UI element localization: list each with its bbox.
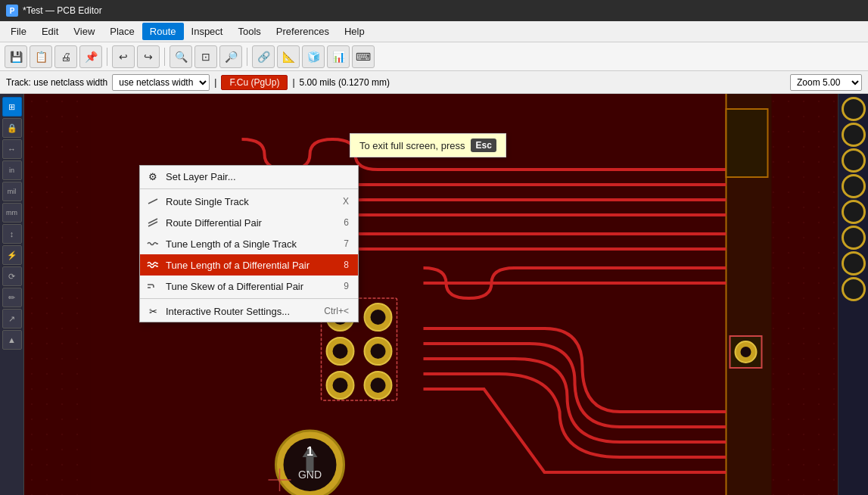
menu-set-layer-pair[interactable]: ⚙ Set Layer Pair... bbox=[140, 166, 358, 187]
tune-single-track-shortcut: 7 bbox=[344, 238, 349, 249]
route-diff-pair-icon bbox=[146, 216, 160, 229]
router-settings-label: Interactive Router Settings... bbox=[166, 306, 318, 317]
menu-tune-diff-skew[interactable]: Tune Skew of a Differential Pair 9 bbox=[140, 276, 358, 297]
mm-unit[interactable]: mm bbox=[2, 203, 22, 223]
svg-rect-16 bbox=[726, 109, 768, 177]
menu-route[interactable]: Route bbox=[142, 23, 184, 40]
menu-inspect[interactable]: Inspect bbox=[184, 23, 231, 40]
svg-text:GND: GND bbox=[298, 469, 322, 481]
menu-tune-diff-length[interactable]: Tune Length of a Differential Pair 8 bbox=[140, 254, 358, 276]
menu-sep-2 bbox=[140, 298, 358, 299]
ratsnest-tool[interactable]: ⟳ bbox=[2, 266, 22, 286]
main-toolbar: 💾 📋 🖨 📌 ↩ ↪ 🔍 ⊡ 🔎 🔗 📐 🧊 📊 ⌨ bbox=[0, 42, 868, 71]
right-pad-6 bbox=[842, 226, 866, 250]
tune-diff-length-shortcut: 8 bbox=[344, 260, 349, 270]
right-pad-5 bbox=[842, 200, 866, 224]
tune-single-track-label: Tune Length of a Single Track bbox=[166, 238, 338, 250]
undo-button[interactable]: ↩ bbox=[112, 45, 135, 68]
right-pad-3 bbox=[842, 148, 866, 173]
menu-route-diff-pair[interactable]: Route Differential Pair 6 bbox=[140, 212, 358, 233]
svg-point-35 bbox=[741, 347, 751, 357]
menu-preferences[interactable]: Preferences bbox=[269, 23, 337, 40]
measure-tool[interactable]: ↗ bbox=[2, 309, 22, 328]
title-text: *Test — PCB Editor bbox=[23, 5, 102, 16]
toolbar-sep-1 bbox=[107, 48, 107, 66]
app-icon: P bbox=[6, 5, 18, 17]
menu-tools[interactable]: Tools bbox=[230, 23, 268, 40]
menu-place[interactable]: Place bbox=[102, 23, 142, 40]
copy-button[interactable]: 📋 bbox=[30, 45, 52, 68]
menu-route-single-track[interactable]: Route Single Track X bbox=[140, 191, 358, 212]
track-bar-sep2: | bbox=[292, 77, 294, 88]
tune-diff-skew-label: Tune Skew of a Differential Pair bbox=[166, 281, 338, 292]
svg-text:1: 1 bbox=[306, 445, 313, 458]
route-single-track-label: Route Single Track bbox=[166, 196, 337, 207]
draw-tool[interactable]: ✏ bbox=[2, 288, 22, 307]
route-dropdown-menu: ⚙ Set Layer Pair... Route Single Track X bbox=[139, 165, 359, 322]
origin-tool[interactable]: ▲ bbox=[2, 330, 22, 350]
menu-help[interactable]: Help bbox=[337, 23, 372, 40]
tune-single-track-icon bbox=[146, 237, 160, 251]
right-pad-7 bbox=[842, 251, 866, 276]
layer-selector[interactable]: F.Cu (PgUp) bbox=[221, 75, 288, 90]
router-settings-icon: ✂ bbox=[146, 304, 160, 318]
scripting-button[interactable]: ⌨ bbox=[352, 45, 375, 68]
drc-tool[interactable]: ⚡ bbox=[2, 245, 22, 265]
toolbar-sep-2 bbox=[164, 48, 165, 66]
svg-point-6 bbox=[371, 310, 386, 325]
route-diff-pair-shortcut: 6 bbox=[344, 217, 349, 228]
save-button[interactable]: 💾 bbox=[5, 45, 27, 68]
flip-tool[interactable]: ↕ bbox=[2, 224, 22, 244]
track-bar: Track: use netclass width use netclass w… bbox=[0, 71, 868, 94]
tune-diff-skew-icon bbox=[146, 279, 160, 293]
fullscreen-tooltip: To exit full screen, press Esc bbox=[350, 133, 506, 157]
svg-point-14 bbox=[371, 378, 386, 393]
board-stats-button[interactable]: 📊 bbox=[327, 45, 350, 68]
menu-tune-single-track[interactable]: Tune Length of a Single Track 7 bbox=[140, 233, 358, 254]
mil-unit[interactable]: mil bbox=[2, 182, 22, 201]
set-layer-pair-icon: ⚙ bbox=[146, 170, 160, 183]
pin-button[interactable]: 📌 bbox=[79, 45, 102, 68]
svg-point-12 bbox=[333, 378, 348, 393]
route-diff-pair-label: Route Differential Pair bbox=[166, 217, 338, 229]
track-width-select[interactable]: use netclass width bbox=[112, 74, 210, 91]
route-tool[interactable]: ↔ bbox=[2, 139, 22, 159]
toolbar-sep-3 bbox=[247, 48, 247, 66]
router-settings-shortcut: Ctrl+< bbox=[324, 306, 349, 316]
menu-view[interactable]: View bbox=[66, 23, 102, 40]
set-layer-pair-label: Set Layer Pair... bbox=[166, 171, 349, 182]
select-tool[interactable]: ⊞ bbox=[2, 97, 22, 117]
menu-file[interactable]: File bbox=[3, 23, 34, 40]
lock-tool[interactable]: 🔒 bbox=[2, 118, 22, 138]
esc-key-badge: Esc bbox=[471, 139, 496, 152]
main-area: ⊞ 🔒 ↔ in mil mm ↕ ⚡ ⟳ ✏ ↗ ▲ bbox=[0, 94, 868, 495]
inch-unit[interactable]: in bbox=[2, 160, 22, 180]
pcb-canvas[interactable]: GND 1 To exit full screen, press Esc ⚙ S… bbox=[24, 94, 838, 495]
redo-button[interactable]: ↪ bbox=[137, 45, 160, 68]
tune-diff-length-label: Tune Length of a Differential Pair bbox=[166, 260, 338, 271]
right-pad-4 bbox=[842, 174, 866, 198]
netlist-button[interactable]: 🔗 bbox=[252, 45, 275, 68]
zoom-select[interactable]: Zoom 5.00 Zoom 2.00 Zoom 10.00 bbox=[790, 74, 862, 91]
svg-point-10 bbox=[371, 344, 386, 359]
right-pad-2 bbox=[842, 123, 866, 147]
menu-edit[interactable]: Edit bbox=[34, 23, 66, 40]
zoom-out-button[interactable]: 🔎 bbox=[219, 45, 242, 68]
menu-router-settings[interactable]: ✂ Interactive Router Settings... Ctrl+< bbox=[140, 300, 358, 322]
print-button[interactable]: 🖨 bbox=[54, 45, 77, 68]
zoom-fit-button[interactable]: ⊡ bbox=[194, 45, 217, 68]
track-label: Track: use netclass width bbox=[6, 77, 107, 88]
zoom-in-button[interactable]: 🔍 bbox=[170, 45, 192, 68]
3d-view-button[interactable]: 🧊 bbox=[302, 45, 325, 68]
route-single-track-shortcut: X bbox=[343, 196, 349, 207]
route-single-track-icon bbox=[146, 195, 160, 208]
design-rules-button[interactable]: 📐 bbox=[277, 45, 300, 68]
track-bar-sep: | bbox=[214, 77, 216, 88]
menu-bar: File Edit View Place Route Inspect Tools… bbox=[0, 21, 868, 42]
tune-diff-skew-shortcut: 9 bbox=[344, 281, 349, 291]
track-width-display: 5.00 mils (0.1270 mm) bbox=[300, 77, 390, 88]
right-panel bbox=[838, 94, 868, 495]
menu-sep-1 bbox=[140, 188, 358, 189]
svg-point-8 bbox=[333, 344, 348, 359]
tooltip-text: To exit full screen, press bbox=[359, 140, 465, 151]
